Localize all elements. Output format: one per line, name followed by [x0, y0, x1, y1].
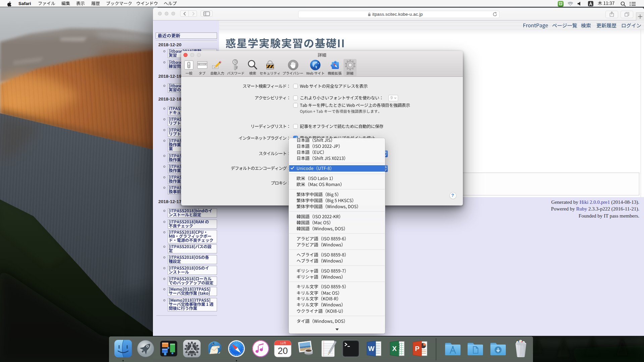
svg-text:X: X [392, 345, 397, 352]
svg-text:20: 20 [278, 346, 288, 356]
svg-text:P: P [415, 345, 419, 352]
svg-text:W: W [368, 345, 375, 352]
